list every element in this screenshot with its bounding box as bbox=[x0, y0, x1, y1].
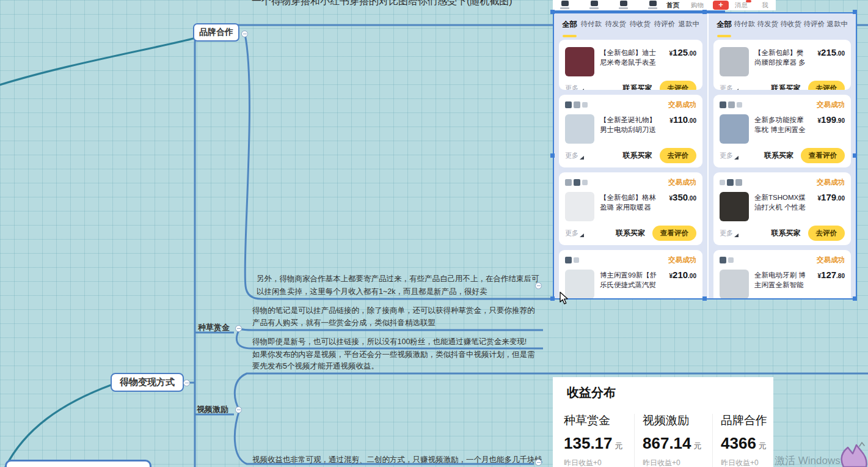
app-icon[interactable] bbox=[591, 1, 598, 6]
contact-buyer-button[interactable]: 联系买家 bbox=[623, 83, 652, 90]
active-tab-indicator bbox=[563, 35, 577, 37]
tab-pending-payment[interactable]: 待付款 bbox=[734, 20, 756, 34]
order-card[interactable]: 交易成功 全新多功能按摩靠枕 博主闲置全新未拆封车载颈部腰部按摩靠枕 ¥199.… bbox=[713, 95, 851, 167]
topic-top-note[interactable]: 一个得物穿搭和小红书穿搭的对比图给你们感受下(随机截图) bbox=[252, 0, 512, 7]
topic-seeding-bounty[interactable]: 种草赏金 bbox=[198, 322, 230, 333]
product-price: ¥215.00 bbox=[812, 47, 845, 76]
topic-seeding-note2[interactable]: 得物即使是新号，也可以挂链接，所以没有100粉丝，也能通过赚笔记赏金来变现! bbox=[252, 336, 541, 348]
order-card[interactable]: 【全新包邮】迪士尼米奇老鼠手表圣诞礼盒装 女生卡通手表 高档 ¥125.00 更… bbox=[559, 40, 702, 90]
order-card[interactable]: 【全新包邮】樊尚腰部按摩器 多功能按摩腰靠垫神器按摩枕头 ¥215.00 更多 … bbox=[713, 40, 851, 90]
tab-refunding[interactable]: 退款中 bbox=[679, 20, 700, 34]
divider bbox=[634, 414, 635, 467]
tab-pending-shipment[interactable]: 待发货 bbox=[757, 20, 779, 34]
earnings-item-video: 视频激励 867.14元 昨日收益+0 bbox=[643, 413, 716, 467]
product-thumbnail bbox=[565, 47, 594, 76]
review-button[interactable]: 去评价 bbox=[808, 226, 845, 241]
collapse-button-brand-note[interactable] bbox=[535, 282, 542, 289]
earnings-value: 135.17元 bbox=[564, 434, 637, 453]
tab-refunding[interactable]: 退款中 bbox=[827, 20, 848, 34]
selection-handle[interactable] bbox=[702, 296, 707, 301]
product-title: 【全新圣诞礼物】男士电动刮胡刀送礼男朋友电动剃须刀节日礼盒美 bbox=[600, 115, 660, 135]
topic-video-note2[interactable]: 视频收益也非常可观，通过混剪、二创的方式，只赚视频激励，一个月也能多几千块钱 bbox=[252, 454, 545, 466]
buyer-avatar bbox=[565, 257, 579, 263]
product-price: ¥110.00 bbox=[663, 114, 696, 144]
app-icon-label bbox=[560, 7, 569, 9]
more-button[interactable]: 更多 bbox=[565, 84, 578, 90]
selection-handle[interactable] bbox=[550, 296, 555, 301]
earnings-value: 867.14元 bbox=[643, 434, 716, 453]
tab-pending-receipt[interactable]: 待收货 bbox=[630, 20, 651, 34]
earnings-title: 收益分布 bbox=[567, 384, 616, 401]
topic-root-partial[interactable] bbox=[5, 460, 151, 467]
contact-buyer-button[interactable]: 联系买家 bbox=[771, 228, 801, 238]
tab-pending-review[interactable]: 待评价 bbox=[804, 20, 825, 34]
order-card[interactable]: 交易成功 博主闲置99新【舒乐氏便捷式蒸汽熨斗】soleusair手持 ¥210… bbox=[559, 250, 702, 298]
topic-brand-cooperation[interactable]: 品牌合作 bbox=[193, 23, 239, 42]
orders-screenshot[interactable]: 全部 待付款 待发货 待收货 待评价 退款中 【全新包邮】迪士尼米奇老鼠手表圣诞… bbox=[553, 12, 857, 300]
order-tabs: 全部 待付款 待发货 待收货 待评价 退款中 bbox=[709, 13, 856, 34]
nav-plus-button[interactable]: + bbox=[713, 1, 729, 10]
tab-pending-receipt[interactable]: 待收货 bbox=[781, 20, 802, 34]
order-card[interactable]: 交易成功 全新电动牙刷 博主闲置全新智能拜尔声波电动牙刷 全自动电动牙 ¥127… bbox=[713, 250, 851, 298]
product-thumbnail bbox=[720, 47, 749, 76]
review-button[interactable]: 查看评价 bbox=[801, 148, 845, 163]
earnings-sub: 昨日收益+0 bbox=[721, 458, 773, 467]
earnings-sub: 昨日收益+0 bbox=[564, 458, 637, 467]
topic-brand-note[interactable]: 另外，得物商家合作基本上都要寄产品过来，有些产品自己用不上，在合作结束后可以挂闲… bbox=[257, 273, 545, 298]
more-button[interactable]: 更多 bbox=[720, 151, 733, 160]
more-button[interactable]: 更多 bbox=[565, 229, 578, 238]
collapse-button-video-note2[interactable] bbox=[535, 459, 542, 466]
more-button[interactable]: 更多 bbox=[565, 151, 578, 160]
nav-home[interactable]: 首页 bbox=[666, 1, 679, 10]
collapse-button-main[interactable] bbox=[183, 380, 190, 386]
selection-handle[interactable] bbox=[853, 153, 857, 158]
contact-buyer-button[interactable]: 联系买家 bbox=[623, 150, 652, 161]
mindmap-canvas[interactable]: 一个得物穿搭和小红书穿搭的对比图给你们感受下(随机截图) 品牌合作 得物变现方式… bbox=[0, 0, 868, 467]
app-icon[interactable] bbox=[649, 1, 657, 6]
product-thumbnail bbox=[565, 192, 594, 221]
product-title: 【全新包邮】迪士尼米奇老鼠手表圣诞礼盒装 女生卡通手表 高档 bbox=[600, 48, 660, 68]
selection-handle[interactable] bbox=[702, 10, 707, 14]
product-thumbnail bbox=[720, 192, 749, 221]
selection-handle[interactable] bbox=[853, 296, 857, 301]
tab-pending-payment[interactable]: 待付款 bbox=[581, 20, 602, 34]
collapse-button-video[interactable] bbox=[235, 406, 242, 413]
nav-shop[interactable]: 购物 bbox=[691, 1, 704, 10]
review-button[interactable]: 去评价 bbox=[660, 148, 697, 163]
product-price: ¥179.00 bbox=[812, 192, 845, 221]
nav-messages[interactable]: 消息 bbox=[735, 1, 748, 10]
app-icon[interactable] bbox=[561, 1, 569, 6]
review-button[interactable]: 查看评价 bbox=[652, 226, 696, 241]
collapse-button-brand[interactable] bbox=[241, 31, 248, 37]
topic-video-note1[interactable]: 如果你发布的内容是视频，平台还会分一些视频激励，类似抖音中视频计划，但是需要先发… bbox=[252, 349, 541, 372]
more-button[interactable]: 更多 bbox=[720, 84, 733, 90]
selection-handle[interactable] bbox=[550, 10, 555, 14]
divider bbox=[712, 414, 713, 467]
more-button[interactable]: 更多 bbox=[720, 229, 733, 238]
earnings-panel[interactable]: 收益分布 种草赏金 135.17元 昨日收益+0 视频激励 867.14元 昨日… bbox=[553, 377, 773, 467]
contact-buyer-button[interactable]: 联系买家 bbox=[616, 228, 645, 238]
review-button[interactable]: 去评价 bbox=[808, 81, 845, 90]
selection-handle[interactable] bbox=[853, 10, 857, 14]
product-price: ¥199.90 bbox=[812, 114, 845, 144]
selection-handle[interactable] bbox=[550, 153, 555, 158]
order-card[interactable]: 交易成功 【全新包邮】格林盈璐 家用取暖器 卧室浴室节能暖风机 婴儿洗 ¥350… bbox=[559, 172, 702, 245]
tab-pending-shipment[interactable]: 待发货 bbox=[605, 20, 627, 34]
order-card[interactable]: 交易成功 【全新圣诞礼物】男士电动刮胡刀送礼男朋友电动剃须刀节日礼盒美 ¥110… bbox=[559, 95, 702, 167]
collapse-button-seeding[interactable] bbox=[235, 325, 242, 332]
nav-me[interactable]: 我 bbox=[762, 1, 768, 10]
product-price: ¥210.00 bbox=[663, 270, 696, 298]
tab-pending-review[interactable]: 待评价 bbox=[654, 20, 676, 34]
tab-all[interactable]: 全部 bbox=[562, 20, 577, 34]
review-button[interactable]: 去评价 bbox=[660, 81, 697, 90]
app-icon[interactable] bbox=[620, 1, 627, 6]
contact-buyer-button[interactable]: 联系买家 bbox=[771, 83, 801, 90]
tab-all[interactable]: 全部 bbox=[717, 20, 732, 34]
topic-video-incentive[interactable]: 视频激励 bbox=[197, 404, 228, 415]
topic-seeding-note1[interactable]: 得物的笔记是可以挂产品链接的，除了接商单，还可以获得种草赏金，只要你推荐的产品有… bbox=[252, 304, 541, 329]
order-card[interactable]: 交易成功 全新TSHOMX煤油打火机 个性老式复古 高档礼盒生日送男 ¥179.… bbox=[713, 172, 851, 245]
order-status: 交易成功 bbox=[668, 100, 696, 109]
contact-buyer-button[interactable]: 联系买家 bbox=[764, 150, 793, 161]
topic-monetization-methods[interactable]: 得物变现方式 bbox=[111, 373, 184, 392]
order-status: 交易成功 bbox=[668, 178, 696, 187]
